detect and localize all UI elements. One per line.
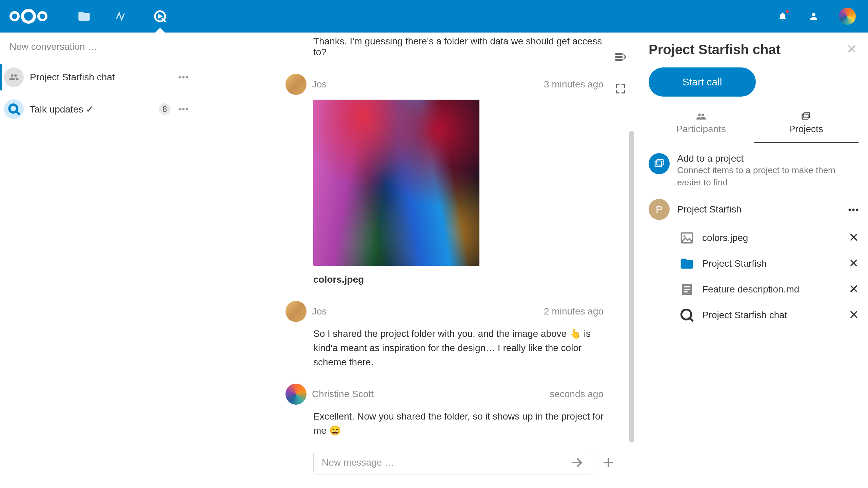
add-project-title: Add to a project <box>677 153 859 164</box>
logo-circle <box>37 11 47 21</box>
details-panel: Project Starfish chat Start call Partici… <box>635 33 868 488</box>
tab-participants[interactable]: Participants <box>649 111 754 143</box>
svg-rect-8 <box>802 114 808 119</box>
sender-avatar <box>285 301 307 322</box>
svg-point-1 <box>179 76 181 79</box>
folder-icon <box>679 256 695 271</box>
svg-point-14 <box>856 209 859 211</box>
tab-projects[interactable]: Projects <box>754 111 859 143</box>
chat-icon <box>679 307 695 323</box>
topbar <box>0 0 868 33</box>
conversation-item[interactable]: Project Starfish chat <box>0 61 197 93</box>
chat-panel: Thanks. I'm guessing there's a folder wi… <box>197 33 635 488</box>
message-time: 2 minutes ago <box>544 306 604 317</box>
logo-circle <box>21 9 36 24</box>
main: New conversation … Project Starfish chat… <box>0 33 868 488</box>
project-item-label: Project Starfish <box>702 258 842 269</box>
projects-icon <box>754 111 859 122</box>
image-attachment[interactable] <box>313 100 479 266</box>
remove-icon[interactable] <box>849 284 859 294</box>
image-file-icon <box>679 230 695 246</box>
sender-avatar <box>285 74 307 95</box>
message: Jos 3 minutes ago colors.jpeg <box>313 74 604 287</box>
message-body: Thanks. I'm guessing there's a folder wi… <box>313 36 604 58</box>
message-input[interactable] <box>322 457 570 468</box>
nav-icons <box>77 9 167 23</box>
remove-icon[interactable] <box>849 310 859 320</box>
project-item[interactable]: Feature description.md <box>649 282 859 297</box>
message-time: 3 minutes ago <box>544 79 604 90</box>
sender-name: Jos <box>312 79 327 90</box>
conversation-list: New conversation … Project Starfish chat… <box>0 33 197 488</box>
conversation-item[interactable]: Talk updates ✓ 8 <box>0 93 197 125</box>
svg-rect-9 <box>804 113 810 118</box>
svg-point-6 <box>182 108 185 110</box>
message-list[interactable]: Thanks. I'm guessing there's a folder wi… <box>210 33 623 451</box>
sender-name: Jos <box>312 306 327 317</box>
panel-tabs: Participants Projects <box>649 111 859 143</box>
project-avatar: P <box>649 199 670 220</box>
link-icon <box>649 153 670 174</box>
unread-badge: 8 <box>159 103 171 115</box>
sender-avatar <box>285 384 307 405</box>
project-item[interactable]: Project Starfish chat <box>649 307 859 323</box>
project-item[interactable]: colors.jpeg <box>649 230 859 246</box>
compose-row <box>210 451 623 488</box>
project-item[interactable]: Project Starfish <box>649 256 859 271</box>
svg-point-3 <box>186 76 189 79</box>
project-row[interactable]: P Project Starfish <box>649 199 859 220</box>
talk-app-icon <box>4 99 24 119</box>
files-icon[interactable] <box>77 9 91 23</box>
svg-point-12 <box>849 209 851 211</box>
conversation-name: Talk updates ✓ <box>30 104 153 115</box>
remove-icon[interactable] <box>849 232 859 243</box>
svg-rect-15 <box>682 233 693 243</box>
project-name: Project Starfish <box>677 204 841 215</box>
tab-label: Participants <box>649 124 754 135</box>
app-logo[interactable] <box>9 9 47 24</box>
message-body: Excellent. Now you shared the folder, so… <box>313 409 604 438</box>
remove-icon[interactable] <box>849 258 859 269</box>
project-item-label: Feature description.md <box>702 284 842 295</box>
conversation-menu-icon[interactable] <box>177 76 190 79</box>
message: Jos 2 minutes ago So I shared the projec… <box>313 301 604 369</box>
add-to-project-button[interactable]: Add to a project Connect items to a proj… <box>649 153 859 189</box>
conversation-menu-icon[interactable] <box>177 108 190 110</box>
tab-label: Projects <box>754 124 859 135</box>
message: Christine Scott seconds ago Excellent. N… <box>313 384 604 438</box>
project-item-label: Project Starfish chat <box>702 310 842 321</box>
group-icon <box>4 67 24 87</box>
document-icon <box>679 282 695 297</box>
close-icon[interactable] <box>845 42 859 56</box>
start-call-button[interactable]: Start call <box>649 67 756 97</box>
activity-icon[interactable] <box>115 9 129 23</box>
send-icon[interactable] <box>570 455 585 470</box>
svg-rect-19 <box>684 289 690 290</box>
project-item-label: colors.jpeg <box>702 232 842 243</box>
message-input-container <box>313 451 593 474</box>
user-avatar[interactable] <box>839 8 856 25</box>
message-body: So I shared the project folder with you,… <box>313 327 604 369</box>
svg-point-7 <box>186 108 189 110</box>
logo-circle <box>9 11 20 21</box>
notifications-icon[interactable] <box>776 10 789 22</box>
new-conversation-input[interactable]: New conversation … <box>0 33 197 61</box>
svg-point-13 <box>852 209 855 211</box>
participants-icon <box>649 111 754 122</box>
contacts-icon[interactable] <box>808 10 820 22</box>
attachment-filename[interactable]: colors.jpeg <box>313 272 604 287</box>
attach-icon[interactable] <box>601 455 616 470</box>
add-project-subtitle: Connect items to a project to make them … <box>677 164 859 189</box>
scrollbar-thumb[interactable] <box>629 131 634 443</box>
topbar-right <box>776 8 856 25</box>
conversation-name: Project Starfish chat <box>30 72 171 83</box>
message-time: seconds ago <box>550 389 604 400</box>
svg-rect-20 <box>684 291 688 292</box>
project-menu-icon[interactable] <box>848 206 859 212</box>
svg-point-2 <box>182 76 185 79</box>
svg-point-16 <box>684 235 686 237</box>
svg-point-5 <box>179 108 181 110</box>
notification-dot <box>785 9 789 14</box>
talk-icon[interactable] <box>153 9 167 23</box>
svg-rect-10 <box>655 161 662 166</box>
